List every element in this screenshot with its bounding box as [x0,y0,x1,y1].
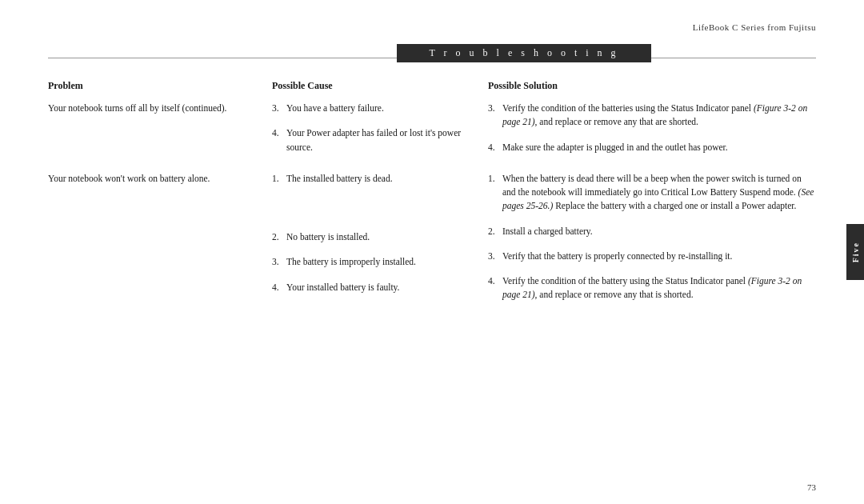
solution-item-2-4: 4. Verify the condition of the battery u… [488,274,816,302]
cause-item-2-2: 2. No battery is installed. [272,230,468,244]
solution-num-2-2: 2. [488,225,502,238]
cause-text-2-2: No battery is installed. [286,230,370,244]
section-title: T r o u b l e s h o o t i n g [397,44,650,62]
solution-item-2-1: 1. When the battery is dead there will b… [488,172,816,214]
cause-item-2-3: 3. The battery is improperly installed. [272,255,468,269]
solution-item-1-1: 3. Verify the condition of the batteries… [488,102,816,130]
solutions-block-1: 3. Verify the condition of the batteries… [488,102,816,166]
solution-text-1-1: Verify the condition of the batteries us… [502,102,816,130]
chapter-tab: Five [846,224,864,280]
column-headers: Problem Possible Cause Possible Solution [48,80,816,92]
cause-cell-2: 1. The installed battery is dead. 2. No … [264,172,480,314]
solution-cell-1: 3. Verify the condition of the batteries… [480,102,816,166]
cause-item-1-1: 3. You have a battery failure. [272,102,468,115]
solution-text-2-4: Verify the condition of the battery usin… [502,274,816,302]
cause-text-2-3: The battery is improperly installed. [286,255,416,269]
solution-item-2-3: 3. Verify that the battery is properly c… [488,250,816,263]
cause-num-2-2: 2. [272,230,286,244]
content-area: Problem Possible Cause Possible Solution… [48,80,816,472]
problem-text-2: Your notebook won't work on battery alon… [48,174,210,183]
problem-cell-1: Your notebook turns off all by itself (c… [48,102,264,166]
col-header-solution: Possible Solution [480,80,816,92]
causes-block-2: 1. The installed battery is dead. 2. No … [272,172,468,306]
solution-num-2-4: 4. [488,274,502,302]
solution-text-2-2: Install a charged battery. [502,225,593,238]
cause-text-1-2: Your Power adapter has failed or lost it… [286,126,468,154]
cause-num-1-1: 3. [272,102,286,115]
solution-num-1-1: 3. [488,102,502,130]
solution-item-2-2: 2. Install a charged battery. [488,225,816,238]
solution-num-2-1: 1. [488,172,502,214]
table-row-2: Your notebook won't work on battery alon… [48,172,816,314]
spacer [272,197,468,230]
solution-text-2-1: When the battery is dead there will be a… [502,172,816,214]
problem-cell-2: Your notebook won't work on battery alon… [48,172,264,314]
solution-text-1-2: Make sure the adapter is plugged in and … [502,141,728,154]
cause-text-2-1: The installed battery is dead. [286,172,393,186]
solutions-block-2: 1. When the battery is dead there will b… [488,172,816,314]
header-title: LifeBook C Series from Fujitsu [693,22,816,32]
solution-item-1-2: 4. Make sure the adapter is plugged in a… [488,141,816,154]
cause-text-1-1: You have a battery failure. [286,102,384,115]
page-number: 73 [807,482,816,492]
solution-text-2-3: Verify that the battery is properly conn… [502,250,732,263]
cause-num-2-1: 1. [272,172,286,186]
col-header-problem: Problem [48,80,264,92]
cause-num-2-4: 4. [272,281,286,294]
title-bar: T r o u b l e s h o o t i n g [232,44,816,62]
table-row: Your notebook turns off all by itself (c… [48,102,816,166]
page-container: LifeBook C Series from Fujitsu T r o u b… [0,0,864,504]
solution-num-2-3: 3. [488,250,502,263]
top-header: LifeBook C Series from Fujitsu [693,22,816,32]
problem-text-1: Your notebook turns off all by itself (c… [48,103,226,113]
causes-block-1: 3. You have a battery failure. 4. Your P… [272,102,468,166]
cause-item-2-1: 1. The installed battery is dead. [272,172,468,186]
cause-cell-1: 3. You have a battery failure. 4. Your P… [264,102,480,166]
chapter-tab-text: Five [851,242,860,262]
cause-text-2-4: Your installed battery is faulty. [286,281,400,294]
cause-item-1-2: 4. Your Power adapter has failed or lost… [272,126,468,154]
cause-item-2-4: 4. Your installed battery is faulty. [272,281,468,294]
solution-num-1-2: 4. [488,141,502,154]
col-header-cause: Possible Cause [264,80,480,92]
solution-cell-2: 1. When the battery is dead there will b… [480,172,816,314]
cause-num-2-3: 3. [272,255,286,269]
cause-num-1-2: 4. [272,126,286,154]
